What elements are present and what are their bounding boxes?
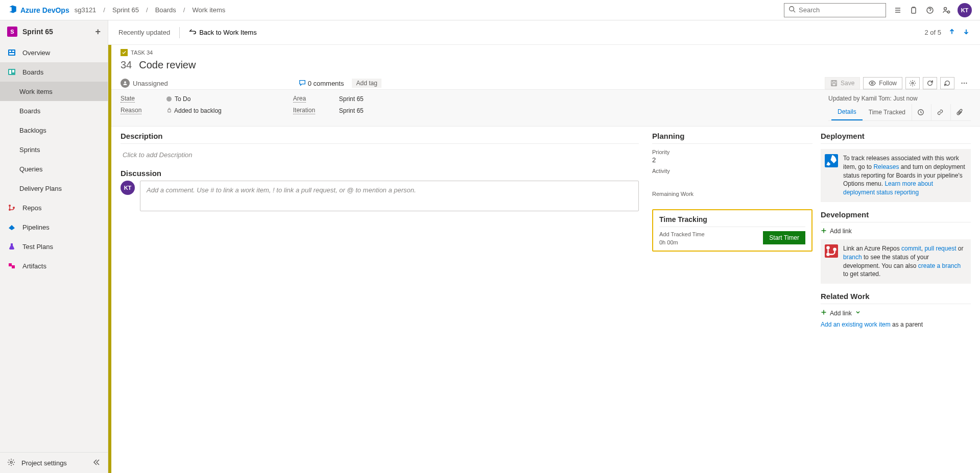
iteration-value[interactable]: Sprint 65 xyxy=(339,107,364,114)
history-icon[interactable] xyxy=(912,104,929,120)
search-box[interactable] xyxy=(784,3,886,17)
gear-icon xyxy=(7,458,15,468)
new-work-item-icon[interactable]: + xyxy=(95,27,101,37)
back-to-work-items[interactable]: Back to Work Items xyxy=(189,28,256,37)
svg-point-18 xyxy=(124,81,126,83)
user-avatar[interactable]: KT xyxy=(958,3,972,17)
work-items-label: Work items xyxy=(19,88,53,95)
work-item-title[interactable]: Code review xyxy=(139,59,196,71)
help-icon[interactable] xyxy=(925,5,935,15)
boards-icon xyxy=(7,67,16,77)
add-tracked-time-label[interactable]: Add Tracked Time xyxy=(659,231,705,237)
links-icon[interactable] xyxy=(931,104,948,120)
related-add-link[interactable]: Add link xyxy=(821,309,971,317)
assignee[interactable]: Unassigned xyxy=(121,79,168,88)
brand[interactable]: Azure DevOps xyxy=(8,5,69,15)
area-value[interactable]: Sprint 65 xyxy=(339,95,364,103)
refresh-button[interactable] xyxy=(923,77,937,89)
svg-point-24 xyxy=(961,83,962,84)
crumb-project[interactable]: Sprint 65 xyxy=(112,6,139,14)
svg-point-31 xyxy=(833,247,836,251)
reason-value[interactable]: Added to backlog xyxy=(166,107,222,114)
state-value[interactable]: To Do xyxy=(166,95,222,103)
next-item-button[interactable] xyxy=(963,28,970,37)
sidebar-item-overview[interactable]: Overview xyxy=(0,43,108,62)
svg-rect-7 xyxy=(12,51,14,52)
svg-point-23 xyxy=(912,82,914,84)
releases-link[interactable]: Releases xyxy=(873,163,899,170)
area-key: Area xyxy=(293,95,306,103)
activity-value[interactable] xyxy=(652,175,812,183)
sidebar-item-artifacts[interactable]: Artifacts xyxy=(0,256,108,276)
sidebar-project-settings[interactable]: Project settings xyxy=(0,453,108,473)
artifacts-icon xyxy=(7,261,16,270)
sidebar-project[interactable]: S Sprint 65 + xyxy=(0,20,108,43)
undo-button[interactable] xyxy=(940,77,954,89)
sidebar-item-sprints[interactable]: Sprints xyxy=(0,140,108,159)
tab-details[interactable]: Details xyxy=(831,104,863,120)
sidebar-item-delivery-plans[interactable]: Delivery Plans xyxy=(0,179,108,198)
description-placeholder[interactable]: Click to add Description xyxy=(121,149,639,169)
lock-icon xyxy=(166,107,172,114)
sidebar-item-queries[interactable]: Queries xyxy=(0,159,108,179)
crumb-area[interactable]: Boards xyxy=(155,6,176,14)
marketplace-icon[interactable] xyxy=(909,5,919,15)
svg-rect-8 xyxy=(9,53,14,55)
activity-key: Activity xyxy=(652,168,812,174)
priority-key: Priority xyxy=(652,149,812,155)
pull-request-link[interactable]: pull request xyxy=(924,245,956,252)
tab-time-tracked[interactable]: Time Tracked xyxy=(863,105,912,120)
priority-value[interactable]: 2 xyxy=(652,156,812,164)
svg-point-17 xyxy=(10,461,12,463)
crumb-page[interactable]: Work items xyxy=(192,6,225,14)
sidebar-item-boards-sub[interactable]: Boards xyxy=(0,101,108,120)
settings-button[interactable] xyxy=(905,77,920,89)
svg-point-22 xyxy=(872,82,874,84)
more-actions-button[interactable] xyxy=(958,78,971,89)
start-timer-button[interactable]: Start Timer xyxy=(763,231,805,244)
prev-item-button[interactable] xyxy=(948,28,955,37)
task-icon xyxy=(121,49,128,56)
remaining-work-key: Remaining Work xyxy=(652,191,812,197)
add-existing-work-item-link[interactable]: Add an existing work item xyxy=(821,321,891,328)
sidebar-item-repos[interactable]: Repos xyxy=(0,198,108,217)
follow-button[interactable]: Follow xyxy=(863,77,902,89)
create-branch-link[interactable]: create a branch xyxy=(918,262,961,269)
deployment-heading: Deployment xyxy=(821,132,971,140)
sidebar-item-test-plans[interactable]: Test Plans xyxy=(0,237,108,256)
sidebar-item-work-items[interactable]: Work items xyxy=(0,82,108,101)
plus-icon xyxy=(821,228,827,235)
project-icon: S xyxy=(7,27,17,37)
back-label: Back to Work Items xyxy=(199,29,256,36)
time-tracking-heading: Time Tracking xyxy=(659,215,805,227)
azure-devops-icon xyxy=(8,5,17,15)
commit-link[interactable]: commit xyxy=(901,245,921,252)
work-item-type: TASK 34 xyxy=(121,49,971,56)
project-name: Sprint 65 xyxy=(22,28,53,36)
branch-link[interactable]: branch xyxy=(843,254,862,261)
collapse-sidebar-icon[interactable] xyxy=(92,458,101,468)
sidebar-item-backlogs[interactable]: Backlogs xyxy=(0,120,108,140)
search-input[interactable] xyxy=(799,6,885,14)
sidebar-item-boards[interactable]: Boards xyxy=(0,62,108,82)
add-tag-button[interactable]: Add tag xyxy=(352,79,381,88)
attachments-icon[interactable] xyxy=(950,104,968,120)
list-icon[interactable] xyxy=(892,5,902,15)
boards-label: Boards xyxy=(22,68,43,76)
view-name[interactable]: Recently updated xyxy=(118,29,170,36)
svg-point-26 xyxy=(966,83,967,84)
user-settings-icon[interactable] xyxy=(941,5,951,15)
comments-label: 0 comments xyxy=(308,80,344,87)
test-plans-label: Test Plans xyxy=(22,243,53,251)
discussion-input[interactable]: Add a comment. Use # to link a work item… xyxy=(140,181,639,211)
save-button[interactable]: Save xyxy=(825,77,860,89)
crumb-org[interactable]: sg3121 xyxy=(75,6,97,14)
development-heading: Development xyxy=(821,210,971,219)
artifacts-label: Artifacts xyxy=(22,262,46,270)
svg-point-3 xyxy=(944,7,947,10)
tracked-time-value: 0h 00m xyxy=(659,239,705,245)
sidebar-item-pipelines[interactable]: Pipelines xyxy=(0,217,108,237)
sprints-label: Sprints xyxy=(19,146,40,154)
comments[interactable]: 0 comments xyxy=(299,79,344,88)
development-add-link[interactable]: Add link xyxy=(821,228,971,235)
